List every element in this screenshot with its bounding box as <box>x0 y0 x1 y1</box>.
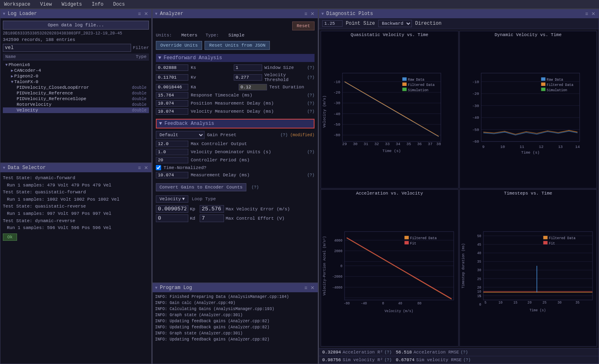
accel-r2-help-icon[interactable]: (?) <box>384 350 392 355</box>
plots-grid: Quasistatic Velocity vs. Time -10 - <box>319 29 599 348</box>
reset-btn[interactable]: Reset <box>292 21 315 30</box>
vel-denom-value[interactable] <box>156 149 188 155</box>
svg-text:Time (s): Time (s) <box>382 149 401 153</box>
log-loader-close-btn[interactable]: ✕ <box>143 11 149 17</box>
window-size-value[interactable] <box>234 64 262 71</box>
ka-value[interactable] <box>156 84 188 90</box>
log-line-2: INFO: Calculating Gains (AnalysisManager… <box>155 306 315 312</box>
menu-view[interactable]: View <box>38 1 54 8</box>
kp-row: Kp Max Velocity Error (m/s) <box>156 204 315 214</box>
kd-value[interactable] <box>156 214 188 222</box>
svg-text:-10: -10 <box>472 80 479 84</box>
data-selector-collapse-icon[interactable]: ▼ <box>3 166 5 170</box>
tree-item-pid-vel-refslope[interactable]: PIDVelocity_ReferenceSlope double <box>3 96 149 102</box>
svg-text:Filtered Data: Filtered Data <box>410 236 437 240</box>
controller-period-value[interactable] <box>156 157 188 163</box>
data-selector-close-btn[interactable]: ✕ <box>143 165 149 171</box>
point-size-input[interactable] <box>322 20 343 27</box>
window-size-help-icon[interactable]: (?) <box>307 66 315 70</box>
program-log-collapse-icon[interactable]: ▼ <box>155 286 157 290</box>
svg-text:10: 10 <box>477 290 481 294</box>
svg-text:35: 35 <box>575 300 579 304</box>
pos-delay-help-icon[interactable]: (?) <box>307 101 315 106</box>
plot-dynamic-velocity: Dynamic Velocity vs. Time -10 -20 -30 -4… <box>459 31 597 188</box>
diag-plots-menu-btn[interactable]: ≡ <box>584 11 589 17</box>
plot2-svg: -10 -20 -30 -40 -50 -60 9 10 11 12 <box>460 37 597 186</box>
svg-text:Simulation: Simulation <box>408 88 429 92</box>
program-log-menu-btn[interactable]: ≡ <box>304 285 308 291</box>
program-log-close-btn[interactable]: ✕ <box>310 285 315 291</box>
tree-item-phoenix6[interactable]: ▼ Phoenix6 <box>3 62 149 68</box>
svg-text:12: 12 <box>539 145 543 149</box>
override-units-btn[interactable]: Override Units <box>156 41 202 50</box>
svg-text:10: 10 <box>500 145 505 149</box>
vel-threshold-value[interactable] <box>234 74 262 81</box>
sim-vel-r2-help-icon[interactable]: (?) <box>384 358 392 362</box>
tree-item-pid-vel-ref[interactable]: PIDVelocity_Reference double <box>3 90 149 96</box>
resp-timescale-help-icon[interactable]: (?) <box>307 93 315 98</box>
analyzer-menu-btn[interactable]: ≡ <box>304 11 308 17</box>
analyzer-collapse-icon[interactable]: ▼ <box>155 12 157 16</box>
open-log-btn[interactable]: Open data log file... <box>3 21 149 30</box>
meas-delay-label: Measurement Delay (ms) <box>191 173 305 178</box>
ks-value[interactable] <box>156 64 188 71</box>
program-log-content: INFO: Finished Preparing Data (AnalysisM… <box>153 292 318 344</box>
vel-threshold-help-icon[interactable]: (?) <box>307 75 315 80</box>
kd-row: Kd Max Control Effort (V) <box>156 214 315 223</box>
max-vel-error-value[interactable] <box>200 205 224 213</box>
tree-item-talonfx[interactable]: ▼ TalonFX-0 <box>3 79 149 85</box>
svg-text:-30: -30 <box>333 101 340 105</box>
ok-btn[interactable]: Ok <box>3 233 17 241</box>
menu-info[interactable]: Info <box>89 1 106 8</box>
tree-item-pid-vel-error[interactable]: PIDVelocity_ClosedLoopError double <box>3 85 149 90</box>
direction-select[interactable]: Backward Forward <box>378 20 412 27</box>
diag-plots-close-btn[interactable]: ✕ <box>590 11 596 17</box>
vel-delay-value[interactable] <box>156 108 188 115</box>
resp-timescale-value[interactable] <box>156 92 188 98</box>
tree-item-pigeon[interactable]: ▶ Pigeon2-0 <box>3 73 149 79</box>
log-loader-collapse-icon[interactable]: ▼ <box>3 12 5 16</box>
max-controller-value[interactable] <box>156 141 188 147</box>
menu-workspace[interactable]: Workspace <box>2 1 33 8</box>
accel-rmse-help-icon[interactable]: (?) <box>461 350 468 355</box>
meas-delay-value[interactable] <box>156 172 188 178</box>
tree-item-velocity[interactable]: Velocity double <box>3 107 149 113</box>
tree-item-cancoder[interactable]: ▶ CANcoder-4 <box>3 68 149 73</box>
kp-value[interactable] <box>156 205 188 213</box>
log-line-6: INFO: Graph state (Analyzer.cpp:301) <box>155 330 315 336</box>
menu-widgets[interactable]: Widgets <box>59 1 84 8</box>
sim-vel-rmse-help-icon[interactable]: (?) <box>463 358 471 362</box>
plot-controls: Point Size Backward Forward Direction <box>319 18 599 29</box>
data-selector-menu-btn[interactable]: ≡ <box>137 165 142 171</box>
svg-text:Raw Data: Raw Data <box>408 78 424 82</box>
vel-denom-help-icon[interactable]: (?) <box>307 150 315 154</box>
log-loader-title: Log Loader <box>8 11 135 17</box>
kp-label: Kp <box>190 207 198 212</box>
menu-docs[interactable]: Docs <box>111 1 127 8</box>
pos-delay-value[interactable] <box>156 100 188 107</box>
ka-row: Ka Test Duration <box>156 83 315 91</box>
log-loader-menu-btn[interactable]: ≡ <box>137 11 142 17</box>
sim-vel-r2: 0.98756 Sim velocity R² (?) <box>322 358 392 362</box>
filter-input[interactable] <box>3 44 131 52</box>
analyzer-close-btn[interactable]: ✕ <box>310 11 315 17</box>
plot3-svg: 4000 2000 0 -2000 -4000 -80 -40 0 40 80 <box>321 196 458 345</box>
test-duration-value[interactable] <box>239 84 267 90</box>
max-control-effort-value[interactable] <box>200 214 224 222</box>
time-normalized-checkbox[interactable] <box>156 165 161 170</box>
convert-help-icon[interactable]: (?) <box>252 185 259 190</box>
meas-delay-help-icon[interactable]: (?) <box>307 173 315 178</box>
feedback-collapse-icon[interactable]: ▼ <box>159 121 162 126</box>
gain-preset-help-icon[interactable]: (?) <box>280 133 288 137</box>
gain-preset-select[interactable]: Default <box>156 131 205 139</box>
reset-units-btn[interactable]: Reset Units from JSON <box>205 41 270 50</box>
analyzer-meta: Units: Meters Type: Simple <box>156 33 315 38</box>
tree-content: ▼ Phoenix6 ▶ CANcoder-4 ▶ Pigeon2-0 <box>3 62 149 160</box>
vel-delay-help-icon[interactable]: (?) <box>307 109 315 114</box>
diag-collapse-icon[interactable]: ▼ <box>321 12 324 16</box>
feedforward-collapse-icon[interactable]: ▼ <box>158 55 161 61</box>
tree-item-rotor-velocity[interactable]: RotorVelocity double <box>3 102 149 107</box>
units-value: Meters <box>181 33 198 38</box>
convert-btn[interactable]: Convert Gains to Encoder Counts <box>156 183 246 191</box>
kv-value[interactable] <box>156 74 188 81</box>
